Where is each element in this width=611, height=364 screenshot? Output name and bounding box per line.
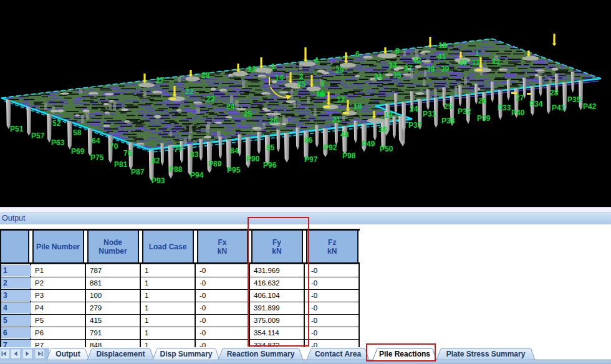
- svg-text:P31: P31: [423, 110, 436, 118]
- svg-text:P37: P37: [408, 121, 422, 130]
- svg-text:P89: P89: [208, 160, 222, 168]
- svg-text:P35: P35: [567, 95, 581, 104]
- svg-text:6: 6: [355, 50, 360, 59]
- svg-text:P88: P88: [169, 165, 183, 174]
- svg-text:P39: P39: [477, 114, 491, 123]
- svg-text:76: 76: [123, 149, 132, 158]
- svg-text:38: 38: [426, 65, 435, 74]
- svg-text:26: 26: [478, 97, 487, 105]
- svg-text:P34: P34: [529, 100, 543, 108]
- svg-text:77: 77: [174, 145, 183, 154]
- svg-text:Contact Area: Contact Area: [315, 350, 362, 358]
- svg-text:31: 31: [374, 72, 383, 81]
- svg-text:P93: P93: [152, 176, 165, 185]
- svg-text:22: 22: [185, 87, 194, 96]
- svg-text:13: 13: [248, 65, 256, 74]
- svg-text:21: 21: [332, 115, 341, 124]
- svg-text:Reaction Summary: Reaction Summary: [227, 350, 295, 358]
- svg-text:P81: P81: [114, 160, 128, 169]
- svg-text:17: 17: [337, 95, 345, 104]
- svg-text:P42: P42: [583, 102, 597, 111]
- svg-text:P94: P94: [190, 171, 204, 180]
- svg-text:29: 29: [335, 66, 344, 75]
- svg-text:4: 4: [314, 56, 319, 65]
- svg-text:24: 24: [226, 102, 235, 111]
- svg-text:P75: P75: [90, 153, 104, 162]
- svg-text:26: 26: [269, 117, 278, 125]
- svg-text:P96: P96: [263, 161, 277, 170]
- svg-text:25: 25: [444, 102, 453, 111]
- svg-text:1: 1: [475, 49, 479, 58]
- svg-text:86: 86: [304, 136, 313, 145]
- svg-text:27: 27: [516, 93, 524, 102]
- svg-text:P33: P33: [498, 103, 511, 112]
- svg-text:39: 39: [441, 65, 450, 74]
- svg-text:P95: P95: [227, 166, 241, 175]
- svg-text:42: 42: [413, 56, 421, 65]
- svg-text:83: 83: [190, 150, 199, 159]
- svg-text:P38: P38: [441, 117, 455, 125]
- svg-text:40: 40: [459, 59, 468, 67]
- svg-text:36: 36: [378, 125, 387, 134]
- svg-text:P69: P69: [71, 147, 85, 156]
- svg-text:23: 23: [206, 95, 215, 103]
- svg-text:14: 14: [275, 74, 284, 82]
- svg-text:11: 11: [472, 59, 480, 67]
- svg-text:P98: P98: [342, 151, 356, 160]
- svg-text:19: 19: [384, 111, 393, 120]
- svg-text:P41: P41: [552, 103, 565, 112]
- svg-text:25: 25: [244, 110, 253, 118]
- svg-text:41: 41: [438, 52, 446, 61]
- svg-text:3: 3: [320, 80, 325, 89]
- svg-text:P50: P50: [380, 145, 393, 153]
- svg-text:P57: P57: [31, 132, 45, 140]
- svg-text:64: 64: [92, 136, 100, 145]
- svg-text:P92: P92: [324, 143, 337, 152]
- svg-text:P90: P90: [246, 155, 260, 163]
- svg-text:Displacement: Displacement: [96, 350, 145, 358]
- svg-text:P63: P63: [51, 138, 65, 147]
- svg-text:1: 1: [271, 62, 276, 71]
- svg-text:P40: P40: [511, 108, 525, 117]
- svg-text:P87: P87: [131, 168, 145, 176]
- svg-text:84: 84: [230, 146, 239, 155]
- svg-text:24: 24: [410, 105, 418, 113]
- svg-text:37: 37: [404, 64, 413, 73]
- svg-text:Plate Stress Summary: Plate Stress Summary: [446, 350, 526, 358]
- svg-text:28: 28: [550, 89, 559, 97]
- svg-text:82: 82: [152, 156, 160, 165]
- svg-text:18: 18: [354, 102, 362, 111]
- svg-text:P32: P32: [458, 107, 471, 116]
- svg-text:28: 28: [201, 71, 210, 80]
- svg-text:35: 35: [393, 71, 402, 80]
- svg-text:Disp Summary: Disp Summary: [160, 350, 212, 358]
- svg-text:85: 85: [266, 143, 275, 152]
- svg-text:P49: P49: [362, 140, 375, 148]
- svg-text:16: 16: [315, 90, 324, 98]
- svg-text:Output: Output: [55, 350, 80, 358]
- svg-text:58: 58: [73, 128, 82, 137]
- svg-text:18: 18: [438, 41, 447, 50]
- svg-text:P97: P97: [304, 155, 318, 164]
- svg-text:27: 27: [156, 76, 165, 85]
- svg-text:48: 48: [340, 130, 349, 139]
- svg-text:52: 52: [52, 119, 61, 128]
- svg-text:34: 34: [388, 61, 397, 70]
- svg-text:70: 70: [110, 142, 118, 151]
- svg-text:P51: P51: [10, 125, 24, 133]
- svg-text:X5: X5: [297, 80, 306, 89]
- svg-text:12: 12: [492, 57, 501, 66]
- svg-text:8: 8: [395, 47, 400, 55]
